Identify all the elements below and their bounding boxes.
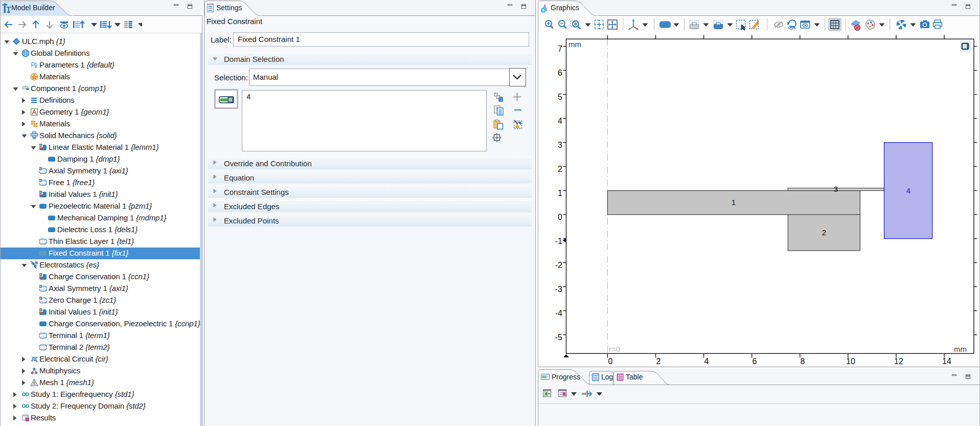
svg-text:3: 3 bbox=[558, 141, 562, 149]
svg-text:0: 0 bbox=[608, 357, 613, 366]
svg-text:-2: -2 bbox=[555, 261, 562, 270]
svg-text:mm: mm bbox=[568, 40, 581, 49]
svg-text:-5: -5 bbox=[555, 333, 562, 342]
svg-text:7: 7 bbox=[558, 44, 562, 53]
svg-text:6: 6 bbox=[558, 69, 562, 77]
svg-text:10: 10 bbox=[846, 357, 855, 366]
svg-text:mm: mm bbox=[954, 345, 967, 353]
svg-text:-1: -1 bbox=[555, 237, 562, 245]
svg-text:3: 3 bbox=[834, 185, 838, 193]
svg-text:0: 0 bbox=[558, 213, 562, 221]
svg-text:r=0: r=0 bbox=[609, 345, 620, 353]
svg-text:2: 2 bbox=[558, 165, 562, 173]
svg-text:2: 2 bbox=[822, 228, 826, 237]
svg-text:1: 1 bbox=[732, 198, 736, 207]
svg-text:1: 1 bbox=[558, 189, 562, 197]
svg-text:4: 4 bbox=[558, 117, 562, 125]
svg-text:12: 12 bbox=[894, 357, 903, 366]
svg-text:5: 5 bbox=[558, 93, 562, 101]
svg-text:14: 14 bbox=[942, 357, 951, 366]
svg-text:2: 2 bbox=[656, 357, 661, 366]
svg-text:-3: -3 bbox=[555, 285, 562, 294]
svg-text:6: 6 bbox=[753, 357, 757, 366]
svg-text:4: 4 bbox=[906, 186, 910, 195]
svg-text:4: 4 bbox=[704, 357, 709, 366]
svg-text:8: 8 bbox=[801, 357, 805, 366]
svg-text:-4: -4 bbox=[555, 309, 562, 318]
